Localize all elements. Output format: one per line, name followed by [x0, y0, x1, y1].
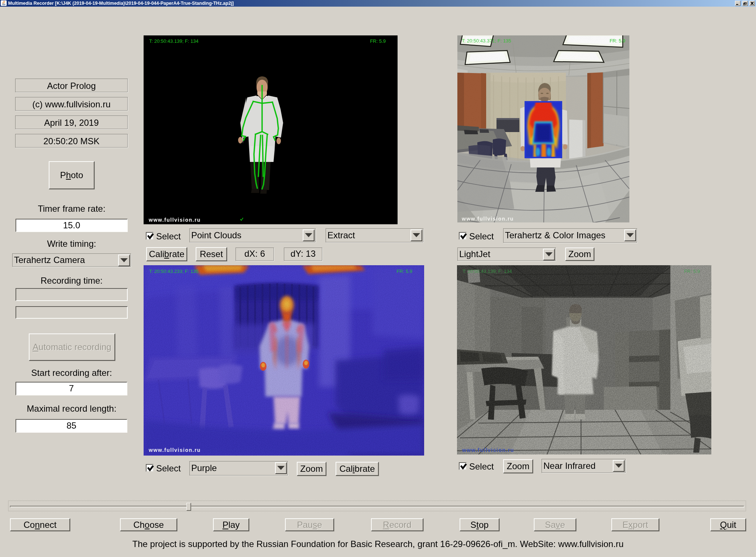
- svg-text:T: 20:50:43.233; F: 135: T: 20:50:43.233; F: 135: [149, 269, 199, 274]
- svg-text:FR: 5.9: FR: 5.9: [609, 38, 625, 44]
- svg-text:FR: 5.9: FR: 5.9: [396, 269, 412, 274]
- svg-text:www.fullvision.ru: www.fullvision.ru: [462, 447, 514, 453]
- svg-text:FR: 5.9: FR: 5.9: [684, 269, 700, 274]
- svg-text:www.fullvision.ru: www.fullvision.ru: [148, 217, 201, 223]
- svg-text:T: 20:50:43.139; F: 134: T: 20:50:43.139; F: 134: [463, 269, 512, 274]
- svg-text:www.fullvision.ru: www.fullvision.ru: [461, 216, 514, 222]
- svg-text:T: 20:50:43.371; F: 135: T: 20:50:43.371; F: 135: [462, 38, 511, 44]
- svg-text:T: 20:50:43.139; F: 134: T: 20:50:43.139; F: 134: [149, 38, 199, 44]
- svg-text:FR: 5.9: FR: 5.9: [370, 38, 386, 44]
- svg-text:www.fullvision.ru: www.fullvision.ru: [148, 447, 201, 453]
